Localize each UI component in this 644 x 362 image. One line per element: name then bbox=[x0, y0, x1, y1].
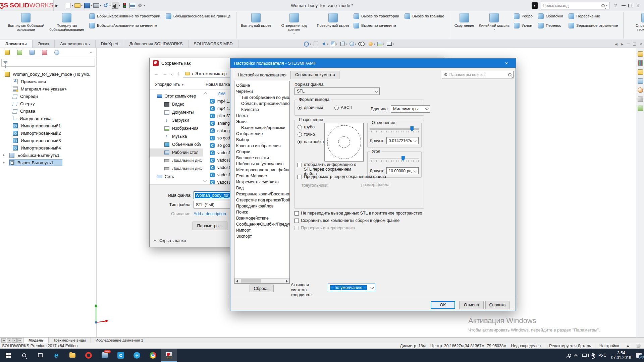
options-nav-item[interactable]: Взаимодействие bbox=[234, 215, 289, 221]
tree-item-right-plane[interactable]: Справа Справа bbox=[0, 107, 96, 115]
options-nav-item[interactable]: Сборки bbox=[234, 149, 289, 155]
tree-root-item[interactable]: Woman_body_for_vase_mode (По умо. bbox=[0, 70, 96, 78]
task-view-button[interactable] bbox=[32, 349, 48, 362]
command-tab[interactable]: SOLIDWORKS MBD bbox=[189, 40, 238, 48]
close-icon[interactable]: × bbox=[501, 60, 512, 66]
help-button[interactable]: Справка bbox=[485, 301, 509, 309]
folder-this-pc[interactable]: Этот компьютер bbox=[150, 92, 203, 100]
options-nav-item[interactable]: Отверстие под крепеж/Toolbo bbox=[234, 197, 289, 203]
intersect-button[interactable]: Пересечение bbox=[567, 11, 621, 21]
ribbon-group-divider[interactable] bbox=[623, 12, 624, 39]
folder-local-disk-2[interactable]: Локальный дис bbox=[150, 165, 203, 173]
ribbon-group-divider[interactable] bbox=[450, 12, 450, 39]
folder-local-disk-1[interactable]: Локальный дис bbox=[150, 157, 203, 165]
checkbox-check-interference[interactable]: Проверить интерференцию bbox=[294, 226, 355, 230]
back-icon[interactable]: ← bbox=[154, 71, 159, 77]
cancel-button[interactable]: Отмена bbox=[459, 301, 484, 309]
add-description-link[interactable]: Add a description bbox=[194, 212, 226, 216]
fillet-button[interactable]: Скругление bbox=[452, 11, 477, 39]
displaymanager-tab-icon[interactable] bbox=[54, 50, 59, 55]
custom-properties-icon[interactable] bbox=[638, 97, 643, 102]
panel-expand-icon[interactable]: » bbox=[90, 50, 92, 54]
options-nav-item[interactable]: Цвета bbox=[234, 113, 289, 119]
action-center-button[interactable]: 20 bbox=[634, 349, 644, 362]
options-gear-button[interactable] bbox=[136, 1, 145, 9]
new-document-button[interactable] bbox=[64, 1, 73, 9]
recent-locations-icon[interactable] bbox=[171, 72, 174, 75]
extruded-boss-button[interactable]: Вытянутая бобышка/основание bbox=[5, 11, 46, 39]
command-tab[interactable]: Элементы bbox=[0, 40, 33, 48]
scroll-last-icon[interactable]: ▸▸ bbox=[17, 338, 22, 343]
command-tab[interactable]: Эскиз bbox=[33, 40, 55, 48]
cura-icon[interactable]: C bbox=[113, 349, 129, 362]
radio-custom[interactable]: настройка bbox=[298, 139, 324, 144]
folder-3d-objects[interactable]: Объемные объ bbox=[150, 140, 203, 148]
revolved-cut-button[interactable]: Повернутый вырез bbox=[315, 11, 352, 39]
revolved-boss-button[interactable]: Повернутая бобышка/основание bbox=[46, 11, 87, 39]
tree-item-origin[interactable]: Исходная точка Исходная точка bbox=[0, 115, 96, 122]
save-button[interactable] bbox=[83, 1, 92, 9]
up-icon[interactable]: ↑ bbox=[177, 71, 179, 77]
tree-item-annotations[interactable]: Примечания Примечания bbox=[0, 78, 96, 85]
print-button[interactable] bbox=[93, 1, 102, 9]
folder-music[interactable]: Музыка bbox=[150, 132, 203, 140]
doc-minimize-icon[interactable] bbox=[627, 44, 630, 44]
shell-button[interactable]: Оболочка bbox=[536, 11, 567, 21]
options-nav-item[interactable]: Область штриховки/запол bbox=[234, 101, 289, 107]
custom-status[interactable]: Настройка bbox=[595, 343, 633, 349]
folder-tree-scrollbar[interactable] bbox=[203, 92, 208, 182]
options-nav-item[interactable]: Вид bbox=[234, 185, 289, 191]
options-search-input[interactable]: Параметры поиска bbox=[442, 71, 514, 78]
radio-binary[interactable]: двоичный bbox=[298, 105, 323, 110]
mirror-button[interactable]: Зеркальное отражение bbox=[567, 21, 621, 30]
hide-folders-button[interactable]: Скрыть папки bbox=[154, 238, 186, 243]
command-search-input[interactable]: Поиск команд ▾ bbox=[541, 2, 609, 9]
scroll-left-icon[interactable] bbox=[236, 280, 238, 283]
swept-cut-button[interactable]: Вырез по траектории bbox=[352, 11, 402, 21]
deviation-slider[interactable] bbox=[370, 126, 419, 134]
folder-network[interactable]: Сеть bbox=[150, 173, 203, 181]
options-nav-item[interactable]: FeatureManager bbox=[234, 173, 289, 179]
tree-item-cut-extrude1[interactable]: Вырез-Вытянуть1 Выр<wbr>ез-Вытянуть1 bbox=[0, 159, 96, 166]
start-button[interactable] bbox=[0, 349, 16, 362]
solidworks-resources-icon[interactable] bbox=[638, 51, 643, 57]
doc-close-icon[interactable]: × bbox=[639, 42, 642, 47]
options-nav-item[interactable]: Шаблоны по умолчанию bbox=[234, 161, 289, 167]
tree-item-boss-extrude1[interactable]: Бобышка-Вытянуть1 Бобышка-Вытянуть1 bbox=[0, 152, 96, 159]
tree-item-imported4[interactable]: Импортированный4 Импортированный4 bbox=[0, 144, 96, 152]
scroll-up-icon[interactable] bbox=[203, 92, 207, 96]
reference-geometry-button[interactable]: Справочная геометрия bbox=[626, 11, 644, 39]
extruded-cut-button[interactable]: Вытянутый вырез bbox=[238, 11, 274, 39]
options-nav-item[interactable]: Проводник файлов bbox=[234, 203, 289, 209]
reset-button[interactable]: Сброс... bbox=[250, 285, 274, 292]
resize-grip[interactable] bbox=[511, 306, 515, 310]
file-explorer-pane-icon[interactable] bbox=[638, 69, 643, 75]
folder-downloads[interactable]: Загрузки bbox=[150, 116, 203, 124]
angle-tolerance-input[interactable]: 10.00000градусов bbox=[386, 167, 419, 174]
options-nav-item[interactable]: Отображение bbox=[234, 131, 289, 137]
wrap-button[interactable]: Перенос bbox=[536, 21, 567, 30]
scroll-right-icon[interactable] bbox=[286, 280, 288, 283]
angle-slider[interactable] bbox=[370, 156, 419, 163]
options-nav-item[interactable]: Качество изображения bbox=[234, 143, 289, 149]
dimxpertmanager-tab-icon[interactable] bbox=[42, 50, 47, 55]
folder-desktop[interactable]: Рабочий стол bbox=[150, 148, 203, 157]
checkbox-preview-before-save[interactable]: Предпросмотр перед сохранением файла bbox=[298, 174, 386, 179]
ok-button[interactable]: OK bbox=[431, 301, 455, 309]
boundary-boss-button[interactable]: Бобышка/основание на границе bbox=[164, 11, 234, 21]
ribbon-group-divider[interactable] bbox=[236, 12, 236, 39]
folder-documents[interactable]: Документы bbox=[150, 108, 203, 116]
options-nav-item[interactable]: Поиск bbox=[234, 209, 289, 215]
prev-document-icon[interactable]: ◀ bbox=[615, 42, 618, 46]
solidworks-logo[interactable]: ƷS SOLIDWORKS bbox=[0, 0, 54, 11]
options-button[interactable]: Параметры... bbox=[193, 222, 227, 230]
select-cursor-button[interactable] bbox=[111, 1, 120, 9]
lofted-cut-button[interactable]: Вырез по сечениям bbox=[352, 21, 402, 30]
tab-document-properties[interactable]: Свойства документа bbox=[291, 71, 339, 79]
tab-system-options[interactable]: Настройки пользователя bbox=[234, 71, 291, 79]
appearances-scenes-icon[interactable] bbox=[638, 87, 643, 93]
options-nav-item[interactable]: Общие bbox=[234, 82, 289, 88]
unit-combo[interactable]: Миллиметры bbox=[391, 105, 430, 113]
hole-wizard-button[interactable]: Отверстие под крепеж bbox=[274, 11, 315, 39]
tree-item-top-plane[interactable]: Сверху Сверху bbox=[0, 100, 96, 107]
